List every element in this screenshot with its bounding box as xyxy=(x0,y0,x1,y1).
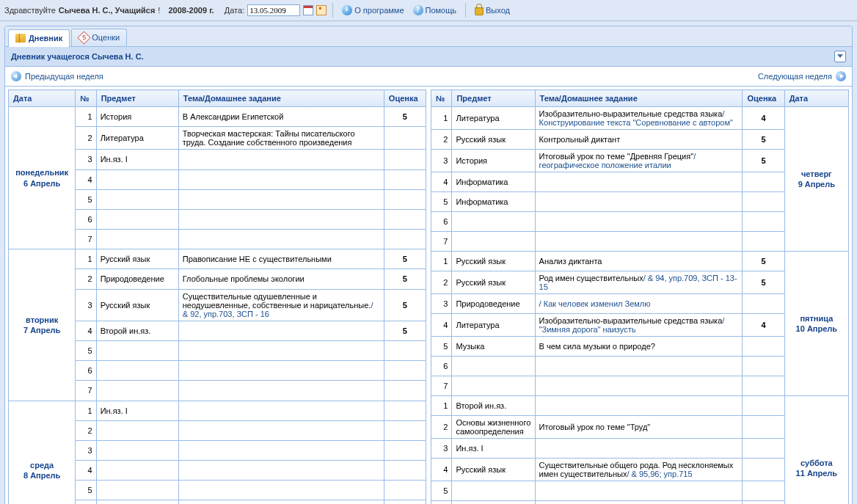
panel-title: Дневник учащегося Сычева Н. С. xyxy=(11,52,144,61)
lesson-number: 3 xyxy=(76,289,96,321)
homework-link[interactable]: / географическое положение италии xyxy=(539,152,696,169)
topic-cell xyxy=(535,212,743,232)
tab-diary[interactable]: Дневник xyxy=(8,29,70,47)
day-cell: понедельник6 Апрель xyxy=(9,107,76,249)
topic-cell xyxy=(178,189,384,209)
arrow-left-icon xyxy=(11,71,21,81)
table-row: среда8 Апрель1Ин.яз. I xyxy=(9,401,426,420)
subject-cell: Природоведение xyxy=(96,269,178,289)
lesson-number: 5 xyxy=(76,189,96,209)
grade-cell xyxy=(384,127,426,150)
grade-cell: 5 xyxy=(743,271,784,294)
col-header-date: Дата xyxy=(784,90,848,107)
lesson-number: 7 xyxy=(76,381,96,401)
grade-cell xyxy=(384,361,426,381)
grade-cell xyxy=(384,420,426,440)
subject-cell xyxy=(96,341,178,361)
grade-cell: 5 xyxy=(384,249,426,269)
app-root: Здравствуйте Сычева Н. С., Учащийся ! 20… xyxy=(0,0,857,504)
diary-icon xyxy=(15,34,26,43)
table-row: 1Русский языкАнализ диктанта5пятница10 А… xyxy=(431,252,849,271)
homework-link[interactable]: / Конструирование текста "Соревнование с… xyxy=(539,109,733,127)
col-header-grade: Оценка xyxy=(743,90,784,107)
lesson-number: 5 xyxy=(431,481,452,501)
topic-cell xyxy=(535,396,743,416)
homework-link[interactable]: / "Зимняя дорога" наизусть xyxy=(539,316,725,334)
lesson-number: 2 xyxy=(76,127,96,150)
lesson-number: 4 xyxy=(76,169,96,189)
help-link[interactable]: Помощь xyxy=(410,4,460,17)
about-label: О программе xyxy=(354,6,404,15)
grade-cell xyxy=(743,192,784,212)
lesson-number: 3 xyxy=(76,150,96,169)
lesson-number: 6 xyxy=(76,361,96,381)
grade-cell xyxy=(384,500,426,504)
main-panel: Дневник Оценки Дневник учащегося Сычева … xyxy=(4,26,853,504)
homework-link[interactable]: / & 95,96; упр.715 xyxy=(627,470,692,478)
grade-cell: 5 xyxy=(384,107,426,127)
topic-cell xyxy=(535,481,743,501)
today-icon[interactable] xyxy=(316,5,327,15)
prev-week-button[interactable]: Предыдущая неделя xyxy=(11,71,103,81)
grade-cell: 5 xyxy=(743,252,784,271)
lesson-number: 1 xyxy=(431,107,452,130)
grade-cell xyxy=(384,461,426,481)
topic-cell: Изобразительно-выразительные средства яз… xyxy=(535,314,743,337)
topic-cell: Изобразительно-выразительные средства яз… xyxy=(535,107,743,130)
collapse-icon[interactable] xyxy=(834,51,846,62)
topic-cell: Существительные одушевленные и неодушевл… xyxy=(178,289,384,321)
calendar-icon[interactable] xyxy=(303,5,313,15)
lesson-number: 5 xyxy=(431,192,452,212)
date-input[interactable] xyxy=(247,4,300,16)
tab-grades-label: Оценки xyxy=(92,33,120,42)
grade-cell xyxy=(384,150,426,169)
topic-cell: В Александрии Египетской xyxy=(178,107,384,127)
grade-cell xyxy=(384,230,426,249)
subject-cell xyxy=(96,361,178,381)
grade-cell: 5 xyxy=(743,130,784,150)
col-header-num: № xyxy=(76,90,96,107)
day-cell: пятница10 Апрель xyxy=(784,252,848,396)
homework-link[interactable]: / & 92, упр.703, ЗСП - 16 xyxy=(183,301,373,318)
lesson-number: 6 xyxy=(431,212,452,232)
content-area: Дневник Оценки Дневник учащегося Сычева … xyxy=(0,21,857,504)
grade-cell: 5 xyxy=(384,321,426,340)
topic-cell: Итоговый урок по теме "Древняя Греция"/ … xyxy=(535,150,743,172)
subject-cell: Русский язык xyxy=(452,130,535,150)
right-diary-table: №ПредметТема/Домашнее заданиеОценкаДата1… xyxy=(431,90,849,504)
grade-cell xyxy=(743,396,784,416)
lesson-number: 6 xyxy=(76,500,96,504)
subject-cell xyxy=(96,500,178,504)
topic-cell xyxy=(535,439,743,459)
topic-cell xyxy=(535,192,743,212)
topic-cell: Итоговый урок по теме "Труд" xyxy=(535,416,743,439)
topic-cell xyxy=(178,440,384,460)
subject-cell xyxy=(452,376,535,396)
topic-cell xyxy=(178,420,384,440)
topic-cell xyxy=(178,150,384,169)
topic-cell: Существительные общего рода. Род несклон… xyxy=(535,459,743,481)
toolbar-separator xyxy=(332,3,333,18)
lesson-number: 3 xyxy=(431,294,452,314)
prev-week-label: Предыдущая неделя xyxy=(25,72,103,81)
day-cell: суббота11 Апрель xyxy=(784,396,848,505)
about-link[interactable]: О программе xyxy=(339,4,406,17)
homework-link[interactable]: / Как человек изменил Землю xyxy=(539,299,651,308)
col-header-subj: Предмет xyxy=(96,90,178,107)
subject-cell: Русский язык xyxy=(452,252,535,271)
subject-cell: Ин.яз. I xyxy=(96,401,178,420)
lesson-number: 1 xyxy=(76,401,96,420)
subject-cell: Литература xyxy=(452,314,535,337)
lesson-number: 2 xyxy=(431,271,452,294)
grade-cell xyxy=(743,294,784,314)
tab-grades[interactable]: Оценки xyxy=(71,29,127,46)
subject-cell xyxy=(452,212,535,232)
next-week-button[interactable]: Следующая неделя xyxy=(758,71,846,81)
lock-icon xyxy=(475,7,484,15)
exit-link[interactable]: Выход xyxy=(472,4,513,17)
next-week-label: Следующая неделя xyxy=(758,72,832,81)
subject-cell: Второй ин.яз. xyxy=(452,396,535,416)
lesson-number: 7 xyxy=(431,232,452,252)
homework-link[interactable]: / & 94, упр.709, ЗСП - 13-15 xyxy=(539,274,737,291)
lesson-number: 7 xyxy=(431,376,452,396)
